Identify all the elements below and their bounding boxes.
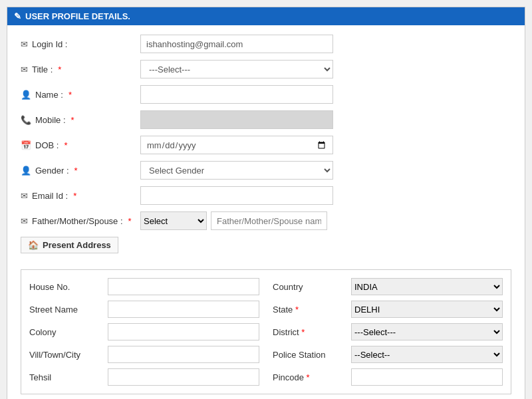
- phone-icon: 📞: [21, 115, 31, 125]
- gender-row: 👤 Gender : * Select Gender Male Female O…: [21, 161, 511, 180]
- police-station-select[interactable]: --Select--: [351, 346, 503, 363]
- gender-select[interactable]: Select Gender Male Female Other: [140, 161, 333, 180]
- house-no-row: House No.: [29, 278, 259, 295]
- calendar-icon: 📅: [21, 140, 31, 150]
- district-label: District *: [273, 327, 346, 337]
- street-name-input[interactable]: [108, 301, 259, 318]
- house-no-input[interactable]: [108, 278, 259, 295]
- address-grid: House No. Street Name Colony Vill/Town/C…: [29, 278, 503, 386]
- state-label: State *: [273, 305, 346, 315]
- street-name-label: Street Name: [29, 305, 102, 315]
- police-station-label: Police Station: [273, 350, 346, 360]
- name-row: 👤 Name : *: [21, 85, 511, 104]
- name-input[interactable]: [140, 85, 333, 104]
- form-section: ✉ Login Id : ✉ Title : * ---Select--- Mr…: [7, 25, 525, 399]
- login-id-row: ✉ Login Id :: [21, 35, 511, 53]
- vill-town-city-input[interactable]: [108, 346, 259, 363]
- country-select[interactable]: INDIA: [351, 278, 503, 295]
- person-icon: 👤: [21, 90, 31, 100]
- title-required: *: [58, 65, 61, 74]
- father-name-input[interactable]: [211, 211, 327, 230]
- title-row: ✉ Title : * ---Select--- Mr. Mrs. Ms. Dr…: [21, 60, 511, 78]
- email-input[interactable]: [140, 186, 333, 205]
- present-address-button[interactable]: 🏠 Present Address: [21, 237, 118, 253]
- colony-row: Colony: [29, 323, 259, 340]
- dob-label: 📅 DOB : *: [21, 140, 140, 150]
- state-select[interactable]: DELHI: [351, 301, 503, 318]
- mobile-required: *: [71, 115, 74, 125]
- mobile-label: 📞 Mobile : *: [21, 115, 140, 125]
- colony-label: Colony: [29, 327, 102, 337]
- email-label: ✉ Email Id : *: [21, 191, 140, 201]
- dob-required: *: [64, 140, 67, 150]
- login-id-input: [140, 35, 333, 53]
- tehsil-row: Tehsil: [29, 368, 259, 386]
- pincode-label: Pincode *: [273, 372, 346, 382]
- address-right: Country INDIA State * DELHI: [273, 278, 503, 386]
- home-icon: 🏠: [28, 240, 39, 250]
- present-address-toggle-row: 🏠 Present Address: [21, 237, 511, 263]
- state-required: *: [295, 305, 299, 315]
- name-required: *: [68, 90, 72, 100]
- father-required: *: [128, 216, 132, 226]
- name-label: 👤 Name : *: [21, 90, 140, 100]
- district-select[interactable]: ---Select---: [351, 323, 503, 340]
- login-id-label: ✉ Login Id :: [21, 39, 140, 49]
- present-address-label: Present Address: [43, 240, 111, 250]
- page-header: ✎ USER PROFILE DETAILS.: [7, 7, 525, 25]
- mail-icon-father: ✉: [21, 216, 28, 226]
- gender-required: *: [74, 166, 78, 176]
- tehsil-input[interactable]: [108, 368, 259, 386]
- person-icon-gender: 👤: [21, 166, 31, 176]
- father-select[interactable]: Select Father Mother Spouse: [140, 211, 207, 230]
- page-title: USER PROFILE DETAILS.: [25, 11, 130, 21]
- gender-label: 👤 Gender : *: [21, 166, 140, 176]
- title-select[interactable]: ---Select--- Mr. Mrs. Ms. Dr.: [140, 60, 333, 78]
- pincode-required: *: [307, 372, 310, 382]
- pincode-input[interactable]: [351, 368, 503, 386]
- country-label: Country: [273, 282, 346, 292]
- mail-icon-title: ✉: [21, 65, 28, 74]
- page-container: ✎ USER PROFILE DETAILS. ✉ Login Id : ✉ T…: [7, 7, 525, 399]
- edit-icon: ✎: [14, 11, 21, 21]
- father-label: ✉ Father/Mother/Spouse : *: [21, 216, 140, 226]
- vill-town-city-row: Vill/Town/City: [29, 346, 259, 363]
- mail-icon-email: ✉: [21, 191, 28, 201]
- address-box: House No. Street Name Colony Vill/Town/C…: [21, 269, 511, 394]
- colony-input[interactable]: [108, 323, 259, 340]
- mobile-row: 📞 Mobile : *: [21, 110, 511, 129]
- dob-input[interactable]: [140, 136, 333, 154]
- state-row: State * DELHI: [273, 301, 503, 318]
- email-row: ✉ Email Id : *: [21, 186, 511, 205]
- house-no-label: House No.: [29, 282, 102, 292]
- mobile-input-disabled: [140, 110, 333, 129]
- title-label: ✉ Title : *: [21, 65, 140, 74]
- email-required: *: [73, 191, 76, 201]
- mail-icon: ✉: [21, 39, 28, 49]
- tehsil-label: Tehsil: [29, 372, 102, 382]
- country-row: Country INDIA: [273, 278, 503, 295]
- vill-town-city-label: Vill/Town/City: [29, 350, 102, 360]
- father-row: ✉ Father/Mother/Spouse : * Select Father…: [21, 211, 511, 230]
- street-name-row: Street Name: [29, 301, 259, 318]
- pincode-row: Pincode *: [273, 368, 503, 386]
- dob-row: 📅 DOB : *: [21, 136, 511, 154]
- police-station-row: Police Station --Select--: [273, 346, 503, 363]
- address-left: House No. Street Name Colony Vill/Town/C…: [29, 278, 259, 386]
- district-required: *: [301, 327, 305, 337]
- district-row: District * ---Select---: [273, 323, 503, 340]
- father-inputs: Select Father Mother Spouse: [140, 211, 327, 230]
